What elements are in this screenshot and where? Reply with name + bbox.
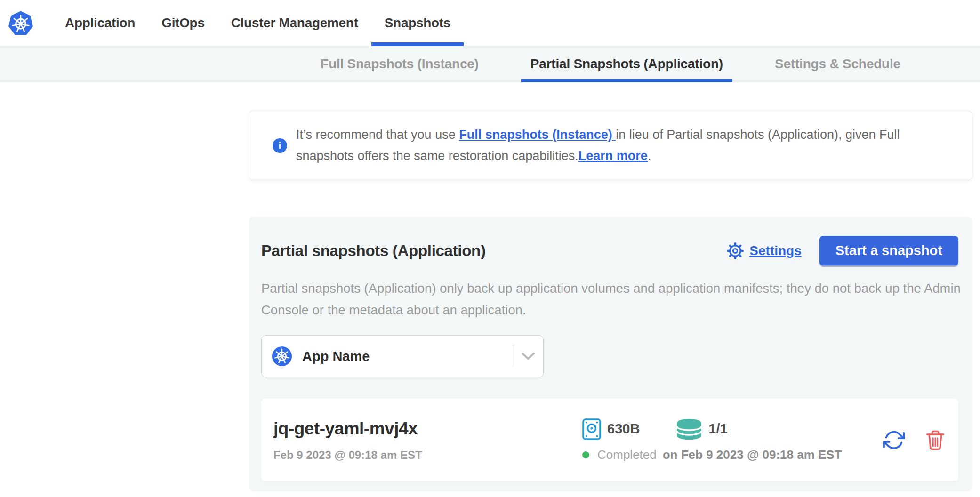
nav-item-cluster-management[interactable]: Cluster Management [218,0,371,46]
alert-text: It’s recommend that you use Full snapsho… [296,124,939,167]
snapshot-name: jq-get-yaml-mvj4x [273,418,582,439]
nav-item-snapshots[interactable]: Snapshots [371,0,464,46]
full-snapshots-link[interactable]: Full snapshots (Instance) [459,128,616,142]
restore-icon [883,445,905,452]
settings-label: Settings [749,243,801,258]
tab-settings-schedule[interactable]: Settings & Schedule [765,46,910,82]
kubernetes-logo-icon [8,10,34,36]
status-dot [582,451,589,458]
tab-partial-snapshots[interactable]: Partial Snapshots (Application) [521,46,732,82]
learn-more-link[interactable]: Learn more [578,149,648,163]
partial-snapshots-panel: Partial snapshots (Application) [249,217,972,491]
app-name-value: App Name [302,349,513,364]
snapshot-volumes: 1/1 [676,418,727,440]
snapshot-created-date: Feb 9 2023 @ 09:18 am EST [273,449,582,462]
chevron-down-icon[interactable] [513,352,543,361]
disk-icon [582,418,601,440]
restore-snapshot-button[interactable] [883,429,905,451]
settings-link[interactable]: Settings [727,242,801,259]
app-kubernetes-icon [272,346,292,366]
gear-icon [727,242,744,259]
delete-snapshot-button[interactable] [925,429,945,451]
snapshot-volumes-value: 1/1 [708,421,727,437]
snapshots-tab-bar: Full Snapshots (Instance) Partial Snapsh… [0,46,980,82]
snapshot-size: 630B [582,418,640,440]
app-name-select[interactable]: App Name [261,335,544,377]
snapshot-status-detail: on Feb 9 2023 @ 09:18 am EST [663,448,842,462]
alert-text-before: It’s recommend that you use [296,128,459,142]
main-area: i It’s recommend that you use Full snaps… [0,82,980,491]
alert-text-after: . [648,149,651,163]
nav-item-gitops[interactable]: GitOps [148,0,218,46]
panel-title: Partial snapshots (Application) [261,242,727,260]
trash-icon [925,446,945,453]
database-icon [676,418,702,440]
info-icon: i [273,138,287,153]
top-nav: Application GitOps Cluster Management Sn… [0,0,980,46]
panel-description: Partial snapshots (Application) only bac… [261,278,962,321]
nav-item-application[interactable]: Application [52,0,148,46]
snapshot-size-value: 630B [607,421,640,437]
info-alert: i It’s recommend that you use Full snaps… [249,111,972,180]
tab-full-snapshots[interactable]: Full Snapshots (Instance) [311,46,488,82]
snapshot-status: Completed [597,448,657,462]
snapshot-row: jq-get-yaml-mvj4x Feb 9 2023 @ 09:18 am … [261,399,958,481]
start-snapshot-button[interactable]: Start a snapshot [819,236,958,265]
